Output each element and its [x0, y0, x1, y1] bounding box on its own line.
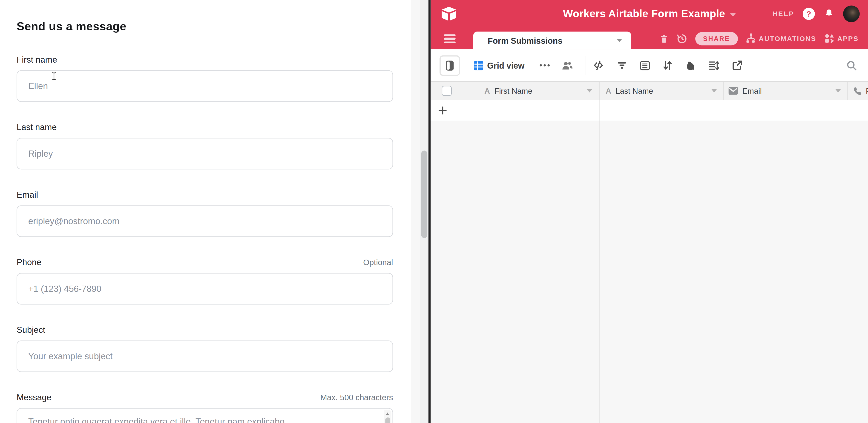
field-subject: Subject: [17, 325, 393, 372]
add-record-row[interactable]: [431, 100, 868, 121]
field-email: Email: [17, 190, 393, 237]
tab-form-submissions[interactable]: Form Submissions: [473, 32, 631, 49]
phone-input[interactable]: [17, 273, 393, 304]
column-header-last-name[interactable]: A Last Name: [599, 82, 723, 100]
column-caret-icon[interactable]: [587, 89, 592, 92]
email-label: Email: [17, 190, 38, 200]
field-first-name: First name: [17, 55, 393, 102]
subject-label: Subject: [17, 325, 45, 335]
row-height-icon[interactable]: [708, 61, 719, 70]
history-icon[interactable]: [676, 33, 687, 44]
email-input[interactable]: [17, 206, 393, 237]
text-field-type-icon: A: [484, 86, 490, 95]
view-toolbar: Grid view: [431, 49, 868, 82]
message-label: Message: [17, 393, 51, 402]
automations-button[interactable]: AUTOMATIONS: [745, 33, 816, 44]
screen: Send us a message First name Last name E…: [0, 0, 868, 423]
user-avatar[interactable]: [843, 5, 860, 22]
add-record-plus-icon[interactable]: [438, 106, 447, 115]
color-icon[interactable]: [685, 60, 695, 70]
contact-form-pane: Send us a message First name Last name E…: [0, 0, 411, 423]
phone-label: Phone: [17, 258, 41, 267]
field-phone: Phone Optional: [17, 258, 393, 304]
column-header-email[interactable]: Email: [723, 82, 847, 100]
notifications-bell-icon[interactable]: [823, 8, 835, 20]
textarea-scrollbar[interactable]: [384, 410, 391, 423]
automations-label: AUTOMATIONS: [759, 34, 816, 42]
column-name: Phone: [866, 86, 868, 95]
share-button[interactable]: SHARE: [695, 32, 738, 45]
view-name[interactable]: Grid view: [487, 61, 525, 70]
apps-label: APPS: [837, 34, 859, 42]
field-last-name: Last name: [17, 122, 393, 170]
trash-icon[interactable]: [659, 34, 669, 43]
message-text: Tenetur optio quaerat expedita vera et i…: [28, 417, 376, 423]
column-name: Last Name: [616, 86, 653, 95]
window-divider: [429, 0, 431, 423]
textarea-scroll-thumb[interactable]: [385, 418, 390, 423]
column-name: First Name: [495, 86, 532, 95]
tables-menu-icon[interactable]: [444, 34, 456, 45]
field-message: Message Max. 500 characters Tenetur opti…: [17, 393, 393, 423]
primary-column-divider: [599, 100, 599, 423]
message-textarea[interactable]: Tenetur optio quaerat expedita vera et i…: [17, 408, 393, 423]
column-header-phone[interactable]: Phone: [847, 82, 868, 100]
search-icon[interactable]: [846, 60, 857, 71]
text-field-type-icon: A: [606, 86, 611, 95]
column-header-first-name[interactable]: A First Name: [431, 82, 599, 100]
group-icon[interactable]: [640, 61, 650, 70]
phone-optional-note: Optional: [363, 258, 393, 267]
toggle-sidebar-button[interactable]: [439, 55, 460, 75]
grid-area: A First Name A Last Name Email: [431, 82, 868, 423]
last-name-input[interactable]: [17, 138, 393, 170]
automations-icon: [745, 33, 756, 44]
page-gutter: [411, 0, 420, 423]
airtable-pane: Workers Airtable Form Example HELP ? For…: [431, 0, 868, 423]
apps-button[interactable]: APPS: [824, 33, 859, 44]
help-menu[interactable]: HELP: [772, 10, 795, 18]
text-cursor-icon: [51, 72, 57, 80]
first-name-label: First name: [17, 55, 57, 65]
toolbar-divider: [585, 56, 586, 75]
share-view-icon[interactable]: [732, 60, 742, 70]
table-tabs-bar: Form Submissions SHARE: [431, 28, 868, 49]
collaborators-icon[interactable]: [561, 60, 573, 71]
form-title: Send us a message: [17, 20, 411, 33]
filter-icon[interactable]: [617, 61, 626, 70]
browser-scrollbar[interactable]: [420, 0, 429, 423]
column-name: Email: [742, 86, 762, 95]
subject-input[interactable]: [17, 341, 393, 372]
first-name-input[interactable]: [17, 70, 393, 102]
grid-view-icon[interactable]: [474, 61, 483, 70]
view-options-icon[interactable]: [539, 64, 550, 66]
last-name-label: Last name: [17, 122, 57, 132]
base-title[interactable]: Workers Airtable Form Example: [563, 8, 725, 20]
column-caret-icon[interactable]: [711, 89, 717, 92]
scroll-up-arrow-icon[interactable]: [386, 413, 389, 415]
help-question-icon[interactable]: ?: [803, 8, 815, 20]
column-caret-icon[interactable]: [835, 89, 841, 92]
email-field-type-icon: [728, 87, 738, 95]
tab-caret-icon[interactable]: [617, 39, 622, 42]
panel-toggle-icon: [446, 60, 454, 71]
message-max-note: Max. 500 characters: [320, 393, 393, 402]
sort-icon[interactable]: [663, 60, 672, 70]
tab-label: Form Submissions: [488, 36, 562, 45]
grid-header-row: A First Name A Last Name Email: [431, 82, 868, 100]
hide-fields-icon[interactable]: [593, 60, 604, 70]
base-title-caret-icon[interactable]: [730, 13, 736, 16]
apps-icon: [824, 33, 835, 44]
browser-scrollbar-thumb[interactable]: [421, 151, 427, 238]
select-all-checkbox[interactable]: [442, 86, 452, 96]
phone-field-type-icon: [852, 86, 862, 95]
airtable-topbar: Workers Airtable Form Example HELP ?: [431, 0, 868, 28]
